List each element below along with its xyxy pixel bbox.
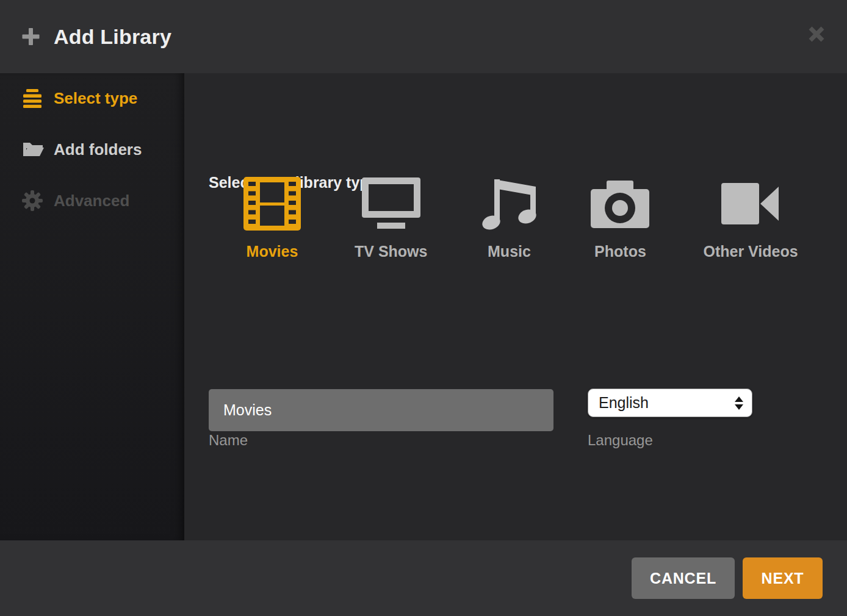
cancel-button[interactable]: CANCEL <box>632 557 735 599</box>
library-type-row: Movies TV Shows <box>243 177 798 260</box>
sidebar-item-select-type[interactable]: Select type <box>0 79 184 117</box>
dialog-title: Add Library <box>54 25 171 49</box>
type-label: Photos <box>594 243 646 260</box>
camera-icon <box>591 177 649 231</box>
close-icon <box>808 26 825 43</box>
type-photos[interactable]: Photos <box>591 177 649 260</box>
sidebar-item-advanced: Advanced <box>0 182 184 220</box>
name-field-label: Name <box>209 432 248 449</box>
dialog-sidebar: Select type Add folders <box>0 73 184 540</box>
sidebar-item-label: Add folders <box>54 140 142 159</box>
type-label: Music <box>488 243 531 260</box>
type-movies[interactable]: Movies <box>243 177 301 260</box>
type-tv-shows[interactable]: TV Shows <box>355 177 427 260</box>
gear-icon <box>22 190 44 212</box>
dialog-body: Select your library type <box>184 73 847 540</box>
type-label: Other Videos <box>703 243 798 260</box>
film-strip-icon <box>243 177 301 231</box>
select-arrows-icon <box>735 396 743 410</box>
language-select[interactable]: English <box>588 389 752 417</box>
tv-icon <box>362 177 420 231</box>
sidebar-item-label: Select type <box>54 89 137 108</box>
type-other-videos[interactable]: Other Videos <box>703 177 798 260</box>
type-label: TV Shows <box>355 243 427 260</box>
music-note-icon <box>481 177 537 231</box>
language-field-label: Language <box>588 432 653 449</box>
plus-icon <box>21 27 40 46</box>
sidebar-item-add-folders[interactable]: Add folders <box>0 131 184 168</box>
folder-open-icon <box>22 138 44 160</box>
language-selected-value: English <box>599 394 649 412</box>
type-label: Movies <box>247 243 298 260</box>
lines-icon <box>22 87 44 109</box>
dialog-footer: CANCEL NEXT <box>0 540 847 616</box>
library-name-input[interactable] <box>209 389 553 431</box>
type-music[interactable]: Music <box>481 177 537 260</box>
sidebar-item-label: Advanced <box>54 192 129 210</box>
video-camera-icon <box>721 177 780 231</box>
next-button[interactable]: NEXT <box>743 557 823 599</box>
dialog-header: Add Library <box>0 0 847 73</box>
close-button[interactable] <box>806 23 827 45</box>
